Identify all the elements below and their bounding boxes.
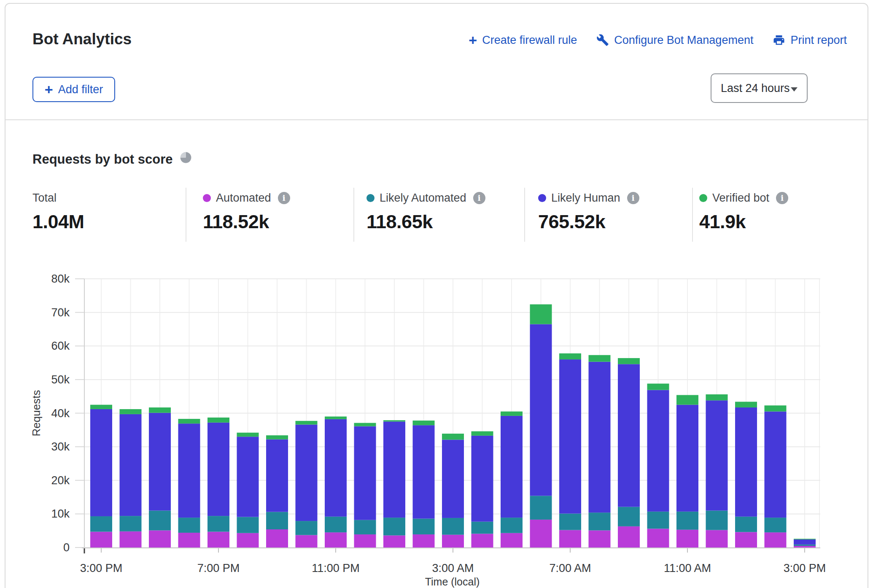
bar-segment-verified-bot[interactable]: [383, 420, 405, 421]
bar-segment-automated[interactable]: [207, 532, 229, 548]
bar-segment-likely-human[interactable]: [383, 421, 405, 518]
bar-segment-automated[interactable]: [413, 534, 435, 548]
bar-segment-likely-human[interactable]: [149, 413, 171, 511]
bar-segment-automated[interactable]: [794, 546, 816, 548]
bar-segment-automated[interactable]: [354, 534, 376, 548]
bar-segment-verified-bot[interactable]: [325, 416, 347, 419]
bar-segment-likely-automated[interactable]: [706, 510, 728, 530]
bar-segment-likely-human[interactable]: [559, 359, 581, 513]
bar-segment-verified-bot[interactable]: [296, 421, 318, 425]
bar-segment-likely-human[interactable]: [530, 324, 552, 496]
bar-segment-automated[interactable]: [325, 532, 347, 548]
bar-segment-likely-human[interactable]: [266, 440, 288, 512]
bar-segment-automated[interactable]: [178, 533, 200, 548]
bar-segment-likely-automated[interactable]: [676, 512, 698, 530]
bar-segment-likely-automated[interactable]: [90, 516, 112, 532]
bar-segment-likely-automated[interactable]: [413, 519, 435, 534]
bar-segment-likely-human[interactable]: [120, 414, 142, 516]
bar-segment-verified-bot[interactable]: [90, 405, 112, 409]
bar-segment-automated[interactable]: [90, 532, 112, 548]
bar-segment-verified-bot[interactable]: [472, 431, 493, 435]
bar-segment-verified-bot[interactable]: [618, 358, 640, 364]
bar-segment-verified-bot[interactable]: [266, 435, 288, 440]
bar-segment-likely-human[interactable]: [618, 364, 640, 507]
bar-segment-verified-bot[interactable]: [413, 421, 435, 425]
bar-segment-automated[interactable]: [706, 530, 728, 548]
bar-segment-likely-automated[interactable]: [794, 545, 816, 546]
bar-segment-automated[interactable]: [618, 526, 640, 548]
bar-segment-verified-bot[interactable]: [676, 395, 698, 405]
bar-segment-likely-human[interactable]: [237, 437, 259, 517]
bar-segment-verified-bot[interactable]: [559, 353, 581, 359]
bar-segment-likely-automated[interactable]: [354, 520, 376, 534]
bar-segment-likely-human[interactable]: [354, 426, 376, 520]
bar-segment-verified-bot[interactable]: [120, 409, 142, 414]
bar-segment-verified-bot[interactable]: [149, 407, 171, 413]
bar-segment-automated[interactable]: [296, 535, 318, 548]
bar-segment-automated[interactable]: [530, 520, 552, 548]
bar-segment-automated[interactable]: [647, 529, 669, 548]
bar-segment-automated[interactable]: [472, 534, 493, 548]
bar-segment-automated[interactable]: [501, 533, 523, 548]
bar-segment-likely-automated[interactable]: [647, 512, 669, 529]
bar-segment-verified-bot[interactable]: [530, 305, 552, 324]
bar-segment-automated[interactable]: [676, 530, 698, 548]
bar-segment-automated[interactable]: [559, 530, 581, 548]
bar-segment-automated[interactable]: [735, 532, 757, 548]
bar-segment-likely-automated[interactable]: [266, 512, 288, 529]
bar-segment-likely-human[interactable]: [647, 390, 669, 512]
bar-segment-likely-automated[interactable]: [442, 518, 464, 535]
bar-segment-verified-bot[interactable]: [706, 394, 728, 400]
bar-segment-likely-human[interactable]: [472, 436, 493, 522]
bar-segment-likely-human[interactable]: [676, 405, 698, 512]
bar-segment-automated[interactable]: [383, 535, 405, 548]
bar-segment-likely-automated[interactable]: [589, 512, 611, 530]
bar-segment-likely-automated[interactable]: [501, 518, 523, 533]
bar-segment-verified-bot[interactable]: [354, 423, 376, 426]
bar-segment-likely-human[interactable]: [178, 423, 200, 518]
bar-segment-verified-bot[interactable]: [237, 433, 259, 437]
bar-segment-verified-bot[interactable]: [589, 355, 611, 362]
bar-segment-likely-human[interactable]: [90, 409, 112, 516]
bar-segment-likely-automated[interactable]: [325, 517, 347, 532]
bar-segment-likely-human[interactable]: [325, 419, 347, 517]
bar-segment-likely-human[interactable]: [765, 412, 787, 518]
bar-segment-likely-human[interactable]: [207, 423, 229, 516]
bar-segment-verified-bot[interactable]: [794, 539, 816, 539]
bar-segment-likely-human[interactable]: [296, 425, 318, 521]
bar-segment-likely-automated[interactable]: [120, 516, 142, 531]
bar-segment-likely-automated[interactable]: [472, 522, 493, 534]
bar-segment-likely-automated[interactable]: [618, 507, 640, 526]
bar-segment-verified-bot[interactable]: [765, 405, 787, 411]
bar-segment-likely-human[interactable]: [442, 440, 464, 518]
bar-segment-likely-human[interactable]: [501, 416, 523, 518]
bar-segment-likely-human[interactable]: [706, 400, 728, 510]
bar-segment-likely-automated[interactable]: [383, 518, 405, 535]
bar-segment-likely-automated[interactable]: [530, 496, 552, 520]
bar-segment-automated[interactable]: [266, 529, 288, 548]
bar-segment-verified-bot[interactable]: [207, 418, 229, 423]
bar-segment-verified-bot[interactable]: [178, 419, 200, 423]
bar-segment-automated[interactable]: [149, 530, 171, 548]
bar-segment-automated[interactable]: [442, 535, 464, 548]
bar-segment-likely-automated[interactable]: [149, 510, 171, 530]
bar-segment-verified-bot[interactable]: [647, 383, 669, 390]
bar-segment-likely-human[interactable]: [589, 362, 611, 513]
bar-segment-likely-automated[interactable]: [178, 518, 200, 533]
bar-segment-automated[interactable]: [765, 532, 787, 548]
bar-segment-automated[interactable]: [120, 531, 142, 548]
bar-segment-automated[interactable]: [237, 533, 259, 548]
bar-segment-likely-automated[interactable]: [765, 518, 787, 532]
bar-segment-likely-automated[interactable]: [735, 517, 757, 532]
bar-segment-verified-bot[interactable]: [735, 402, 757, 407]
bar-segment-likely-automated[interactable]: [559, 514, 581, 530]
bar-segment-likely-automated[interactable]: [237, 517, 259, 533]
bar-segment-likely-automated[interactable]: [296, 521, 318, 535]
bar-segment-automated[interactable]: [589, 530, 611, 548]
bar-segment-verified-bot[interactable]: [501, 412, 523, 416]
bar-segment-likely-human[interactable]: [413, 425, 435, 518]
bar-segment-likely-automated[interactable]: [207, 516, 229, 531]
bar-segment-verified-bot[interactable]: [442, 434, 464, 440]
bar-segment-likely-human[interactable]: [735, 407, 757, 517]
bar-segment-likely-human[interactable]: [794, 539, 816, 545]
